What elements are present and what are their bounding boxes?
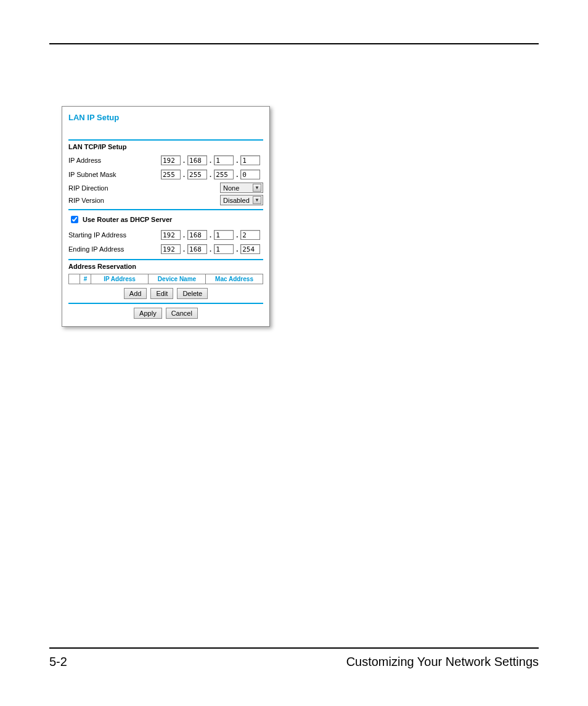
start-octet-3[interactable] [214, 230, 234, 240]
page-number: 5-2 [49, 655, 67, 669]
rip-direction-select[interactable]: None ▼ [220, 183, 263, 193]
end-octet-2[interactable] [187, 244, 207, 254]
add-button[interactable]: Add [124, 288, 147, 299]
ending-ip-octets: . . . [161, 244, 260, 254]
dhcp-server-row: Use Router as DHCP Server [68, 214, 263, 225]
ip-address-row: IP Address . . . [68, 154, 263, 166]
footer-title: Customizing Your Network Settings [346, 655, 539, 669]
divider-icon [68, 139, 263, 141]
col-mac: Mac Address [206, 274, 263, 284]
starting-ip-label: Starting IP Address [68, 231, 161, 239]
page-content-area: LAN IP Setup LAN TCP/IP Setup IP Address… [49, 43, 539, 669]
subnet-mask-octets: . . . [161, 170, 260, 179]
col-device-name: Device Name [149, 274, 206, 284]
dot-icon: . [210, 231, 211, 239]
rip-version-label: RIP Version [68, 197, 220, 204]
divider-icon [68, 209, 263, 210]
end-octet-1[interactable] [161, 244, 181, 254]
rip-version-row: RIP Version Disabled ▼ [68, 195, 263, 205]
rip-direction-row: RIP Direction None ▼ [68, 183, 263, 193]
lan-ip-setup-panel: LAN IP Setup LAN TCP/IP Setup IP Address… [62, 106, 270, 327]
dot-icon: . [236, 157, 238, 164]
dot-icon: . [210, 157, 211, 164]
dot-icon: . [183, 171, 185, 178]
chevron-down-icon: ▼ [253, 184, 261, 192]
chevron-down-icon: ▼ [253, 196, 261, 204]
dot-icon: . [236, 231, 238, 239]
rip-direction-label: RIP Direction [68, 184, 220, 192]
starting-ip-octets: . . . [161, 230, 260, 240]
ip-octet-2[interactable] [187, 155, 207, 165]
page-footer: 5-2 Customizing Your Network Settings [49, 647, 539, 669]
rip-direction-value: None [223, 184, 239, 192]
mask-octet-4[interactable] [240, 170, 260, 179]
end-octet-4[interactable] [240, 244, 260, 254]
col-ip: IP Address [91, 274, 149, 284]
dot-icon: . [183, 231, 185, 239]
mask-octet-1[interactable] [161, 170, 181, 179]
dot-icon: . [183, 157, 185, 164]
mask-octet-2[interactable] [187, 170, 207, 179]
dot-icon: . [236, 245, 238, 253]
col-number: # [80, 274, 91, 284]
start-octet-2[interactable] [187, 230, 207, 240]
dot-icon: . [183, 245, 185, 253]
ip-address-octets: . . . [161, 155, 260, 165]
dot-icon: . [236, 171, 238, 178]
rip-version-value: Disabled [223, 197, 250, 204]
dhcp-server-label: Use Router as DHCP Server [83, 216, 172, 223]
start-octet-1[interactable] [161, 230, 181, 240]
end-octet-3[interactable] [214, 244, 234, 254]
ip-octet-1[interactable] [161, 155, 181, 165]
subnet-mask-label: IP Subnet Mask [68, 171, 161, 178]
rip-version-select[interactable]: Disabled ▼ [220, 195, 263, 205]
mask-octet-3[interactable] [214, 170, 234, 179]
dhcp-server-checkbox[interactable] [71, 216, 78, 223]
reservation-table: # IP Address Device Name Mac Address [68, 274, 263, 284]
dot-icon: . [210, 171, 211, 178]
tcpip-heading: LAN TCP/IP Setup [68, 143, 263, 150]
edit-button[interactable]: Edit [150, 288, 173, 299]
ending-ip-label: Ending IP Address [68, 245, 161, 253]
divider-icon [68, 259, 263, 260]
ip-address-label: IP Address [68, 157, 161, 164]
panel-buttons: Apply Cancel [68, 308, 263, 319]
panel-title: LAN IP Setup [68, 113, 263, 122]
starting-ip-row: Starting IP Address . . . [68, 229, 263, 241]
start-octet-4[interactable] [240, 230, 260, 240]
reservation-buttons: Add Edit Delete [68, 288, 263, 299]
cancel-button[interactable]: Cancel [166, 308, 198, 319]
divider-icon [68, 303, 263, 304]
apply-button[interactable]: Apply [134, 308, 162, 319]
col-select [69, 274, 80, 284]
dot-icon: . [210, 245, 211, 253]
ip-octet-3[interactable] [214, 155, 234, 165]
reservation-heading: Address Reservation [68, 263, 263, 270]
ip-octet-4[interactable] [240, 155, 260, 165]
delete-button[interactable]: Delete [177, 288, 208, 299]
ending-ip-row: Ending IP Address . . . [68, 243, 263, 255]
subnet-mask-row: IP Subnet Mask . . . [68, 168, 263, 181]
